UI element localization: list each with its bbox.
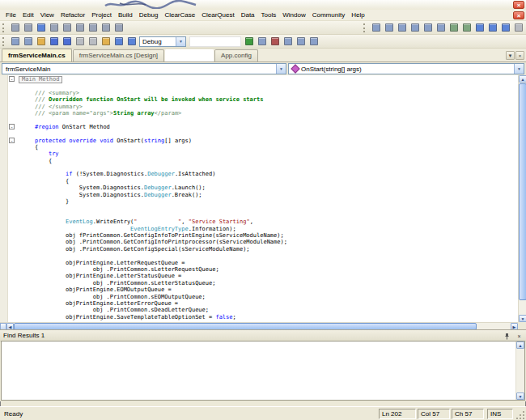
code-line [7, 205, 518, 211]
code-token: obj .PrintCommon.GetConfigSpecial(sServi… [18, 246, 250, 252]
code-token: objPrintEngine.SaveTemplateTableOptionSe… [18, 314, 215, 320]
code-token: OnStart Method [59, 124, 110, 130]
increase-indent-icon[interactable] [435, 23, 447, 33]
menu-item-build[interactable]: Build [115, 11, 136, 19]
toolbar-grip[interactable] [2, 23, 6, 32]
paste-icon[interactable] [100, 36, 112, 47]
cc-find-checkouts-icon[interactable] [112, 23, 125, 33]
code-token: Debugger [147, 171, 175, 177]
tab-frmservicemain-cs[interactable]: frmServiceMain.cs [2, 49, 72, 62]
tab-redacted[interactable] [165, 49, 214, 62]
parameter-info-icon[interactable] [383, 23, 395, 33]
find-results-header[interactable]: Find Results 1 × [0, 329, 526, 342]
cc-undo-checkout-icon[interactable] [35, 23, 47, 33]
fold-toggle-icon[interactable]: - [9, 124, 15, 129]
comment-selection-icon[interactable] [448, 23, 460, 33]
menu-item-community[interactable]: Community [309, 11, 348, 19]
menu-item-edit[interactable]: Edit [19, 11, 37, 19]
tab-frmservicemain-cs-design-[interactable]: frmServiceMain.cs [Design] [73, 49, 164, 62]
word-completion-icon[interactable] [409, 23, 421, 33]
find-results-content[interactable]: ▲ ▼ [1, 341, 525, 401]
toolbar-grip[interactable] [2, 37, 6, 46]
code-line: obj .PrintCommon.GetConfigSpecial(sServi… [7, 246, 518, 252]
scroll-up-icon[interactable]: ▲ [519, 75, 526, 83]
chevron-down-icon[interactable]: ▼ [276, 64, 286, 74]
menu-item-view[interactable]: View [37, 11, 57, 19]
add-new-item-icon[interactable] [22, 36, 34, 47]
resize-grip[interactable] [515, 410, 525, 420]
save-all-icon[interactable] [61, 36, 73, 47]
open-file-icon[interactable] [35, 36, 47, 47]
chevron-down-icon[interactable]: ▼ [514, 64, 524, 74]
quick-info-icon[interactable] [396, 23, 408, 33]
tab-app-config[interactable]: App.config [214, 49, 258, 62]
menu-item-help[interactable]: Help [348, 11, 367, 19]
properties-window-icon[interactable] [308, 36, 320, 47]
menu-item-window[interactable]: Window [279, 11, 308, 19]
code-editor[interactable]: -Main Method /// <summary> /// Overridde… [0, 75, 526, 329]
undo-icon[interactable] [112, 36, 125, 47]
member-list-icon[interactable] [370, 23, 382, 33]
menu-item-clearcase[interactable]: ClearCase [161, 11, 198, 19]
close-document-icon[interactable]: × [515, 51, 524, 60]
previous-bookmark-icon[interactable] [486, 23, 498, 33]
editor-vertical-scrollbar[interactable]: ▲ ▼ [518, 75, 526, 322]
uncomment-selection-icon[interactable] [460, 23, 473, 33]
types-combo[interactable]: frmServiceMain ▼ [2, 63, 286, 74]
members-combo[interactable]: OnStart(string[] args) ▼ [288, 63, 524, 74]
scroll-down-icon[interactable]: ▼ [519, 315, 526, 322]
cc-history-icon[interactable] [61, 23, 73, 33]
toolbar-grip[interactable] [363, 23, 367, 32]
code-line: /// Overridden function OnStart will be … [7, 96, 518, 103]
redacted-combo[interactable] [189, 36, 241, 47]
code-line: } [7, 198, 518, 205]
save-icon[interactable] [48, 36, 60, 47]
menu-item-data[interactable]: Data [238, 11, 258, 19]
redo-icon[interactable] [125, 36, 138, 47]
menu-item-file[interactable]: File [2, 11, 19, 19]
scroll-up-icon[interactable]: ▲ [516, 342, 524, 349]
vertical-scrollbar-thumb[interactable] [519, 83, 526, 300]
document-close-button[interactable]: × [513, 11, 524, 19]
chevron-down-icon[interactable]: ▼ [176, 37, 185, 46]
fold-margin-cell [7, 144, 18, 151]
clear-bookmarks-icon[interactable] [512, 23, 524, 33]
find-in-files-icon[interactable] [282, 36, 294, 47]
next-bookmark-icon[interactable] [499, 23, 511, 33]
cut-icon[interactable] [74, 36, 86, 47]
scroll-down-icon[interactable]: ▼ [516, 392, 524, 400]
editor-horizontal-scrollbar[interactable]: ◀ ▶ [0, 322, 518, 329]
toggle-bookmark-icon[interactable] [473, 23, 486, 33]
code-line-text: obj .PrintCommon.GetConfigSpecial(sServi… [18, 246, 250, 252]
code-area[interactable]: -Main Method /// <summary> /// Overridde… [7, 76, 518, 322]
new-project-icon[interactable] [9, 36, 21, 47]
fold-margin-cell [7, 171, 18, 177]
cc-version-tree-icon[interactable] [48, 23, 60, 33]
menu-item-debug[interactable]: Debug [136, 11, 162, 19]
menu-item-tools[interactable]: Tools [258, 11, 280, 19]
status-line-indicator: Ln 202 [379, 409, 416, 419]
stop-debug-icon[interactable] [269, 36, 281, 47]
window-close-button[interactable]: × [513, 1, 524, 9]
copy-icon[interactable] [87, 36, 99, 47]
code-token: (!System.Diagnostics. [72, 171, 147, 177]
start-debug-icon[interactable] [243, 36, 255, 47]
menu-item-project[interactable]: Project [88, 11, 115, 19]
code-token: /// [18, 96, 49, 103]
cc-compare-icon[interactable] [74, 23, 86, 33]
code-line: System.Diagnostics.Debugger.Break(); [7, 192, 518, 198]
solution-configurations-combo[interactable]: Debug ▼ [139, 36, 186, 47]
cc-checkout-icon[interactable] [9, 23, 21, 33]
solution-explorer-icon[interactable] [295, 36, 307, 47]
menu-item-refactor[interactable]: Refactor [57, 11, 88, 19]
cc-refresh-icon[interactable] [87, 23, 99, 33]
fold-toggle-icon[interactable]: - [9, 138, 15, 143]
find-results-scrollbar[interactable]: ▲ ▼ [515, 342, 524, 400]
decrease-indent-icon[interactable] [422, 23, 434, 33]
active-files-dropdown-icon[interactable]: ▼ [506, 51, 515, 60]
menu-item-clearquest[interactable]: ClearQuest [198, 11, 237, 19]
cc-checkin-icon[interactable] [22, 23, 34, 33]
fold-toggle-icon[interactable]: - [9, 76, 15, 82]
break-all-icon[interactable] [256, 36, 268, 47]
cc-properties-icon[interactable] [100, 23, 112, 33]
